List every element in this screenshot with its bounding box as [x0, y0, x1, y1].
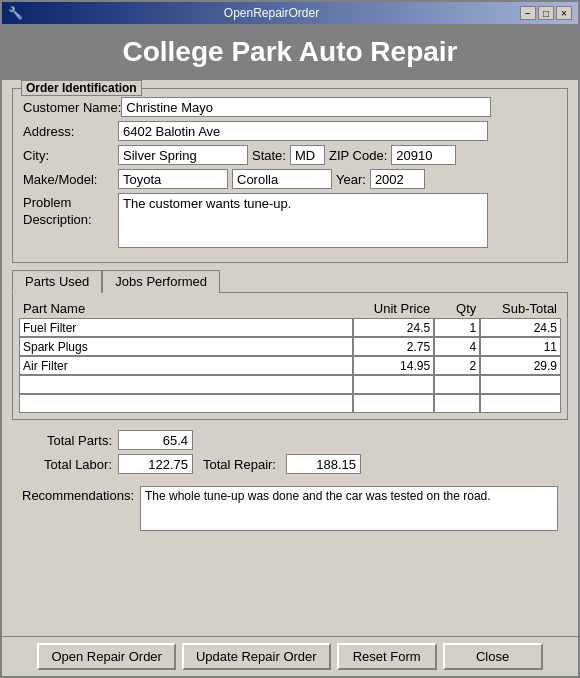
parts-cell-sub-2 [480, 356, 561, 375]
make-input[interactable] [118, 169, 228, 189]
total-labor-input[interactable] [118, 454, 193, 474]
close-button[interactable]: × [556, 6, 572, 20]
parts-input-qty-4[interactable] [434, 394, 480, 413]
title-bar-icon: 🔧 [8, 6, 23, 20]
title-bar-text: OpenRepairOrder [224, 6, 319, 20]
table-row [19, 356, 561, 375]
parts-input-qty-3[interactable] [434, 375, 480, 394]
parts-input-price-1[interactable] [353, 337, 434, 356]
open-repair-order-button[interactable]: Open Repair Order [37, 643, 176, 670]
city-state-zip-row: City: State: ZIP Code: [23, 145, 557, 165]
maximize-button[interactable]: □ [538, 6, 554, 20]
total-labor-row: Total Labor: Total Repair: [22, 454, 558, 474]
customer-name-row: Customer Name: [23, 97, 557, 117]
zip-label: ZIP Code: [329, 148, 387, 163]
parts-cell-qty-4 [434, 394, 480, 413]
parts-cell-name-0 [19, 318, 353, 337]
parts-input-name-4[interactable] [19, 394, 353, 413]
tabs-container: Parts Used Jobs Performed Part Name Unit… [12, 269, 568, 420]
parts-cell-name-4 [19, 394, 353, 413]
tab-bar: Parts Used Jobs Performed [12, 269, 568, 292]
makemodel-row: Make/Model: Year: [23, 169, 557, 189]
parts-input-sub-0[interactable] [480, 318, 561, 337]
parts-cell-price-4 [353, 394, 434, 413]
parts-input-name-3[interactable] [19, 375, 353, 394]
table-row [19, 337, 561, 356]
makemodel-label: Make/Model: [23, 172, 118, 187]
parts-cell-name-2 [19, 356, 353, 375]
order-identification-group: Order Identification Customer Name: Addr… [12, 88, 568, 263]
footer: Open Repair Order Update Repair Order Re… [2, 636, 578, 676]
total-parts-label: Total Parts: [22, 433, 112, 448]
group-title: Order Identification [21, 80, 142, 96]
col-header-qty: Qty [434, 299, 480, 318]
tab-content-parts: Part Name Unit Price Qty Sub-Total [12, 292, 568, 420]
address-label: Address: [23, 124, 118, 139]
reset-form-button[interactable]: Reset Form [337, 643, 437, 670]
parts-input-price-0[interactable] [353, 318, 434, 337]
table-row [19, 394, 561, 413]
parts-table: Part Name Unit Price Qty Sub-Total [19, 299, 561, 413]
recommendations-textarea[interactable] [140, 486, 558, 531]
app-header: College Park Auto Repair [2, 24, 578, 80]
address-input[interactable] [118, 121, 488, 141]
tab-parts-used[interactable]: Parts Used [12, 270, 102, 293]
parts-input-name-0[interactable] [19, 318, 353, 337]
parts-input-name-2[interactable] [19, 356, 353, 375]
col-header-name: Part Name [19, 299, 353, 318]
parts-input-sub-1[interactable] [480, 337, 561, 356]
parts-cell-name-1 [19, 337, 353, 356]
tab-jobs-performed[interactable]: Jobs Performed [102, 270, 220, 293]
col-header-price: Unit Price [353, 299, 434, 318]
model-input[interactable] [232, 169, 332, 189]
total-parts-input[interactable] [118, 430, 193, 450]
main-content: Order Identification Customer Name: Addr… [2, 80, 578, 636]
summary-section: Total Parts: Total Labor: Total Repair: [12, 426, 568, 478]
problem-row: ProblemDescription: [23, 193, 557, 248]
parts-cell-sub-3 [480, 375, 561, 394]
parts-input-price-2[interactable] [353, 356, 434, 375]
parts-cell-qty-1 [434, 337, 480, 356]
parts-input-price-3[interactable] [353, 375, 434, 394]
table-row [19, 375, 561, 394]
city-label: City: [23, 148, 118, 163]
minimize-button[interactable]: − [520, 6, 536, 20]
address-row: Address: [23, 121, 557, 141]
zip-input[interactable] [391, 145, 456, 165]
parts-cell-qty-0 [434, 318, 480, 337]
parts-input-qty-1[interactable] [434, 337, 480, 356]
year-input[interactable] [370, 169, 425, 189]
recommendations-row: Recommendations: [12, 484, 568, 533]
title-bar: 🔧 OpenRepairOrder − □ × [2, 2, 578, 24]
problem-label: ProblemDescription: [23, 193, 118, 229]
close-button-footer[interactable]: Close [443, 643, 543, 670]
title-bar-controls: − □ × [520, 6, 572, 20]
customer-name-input[interactable] [121, 97, 491, 117]
parts-cell-sub-4 [480, 394, 561, 413]
parts-input-sub-2[interactable] [480, 356, 561, 375]
total-repair-input[interactable] [286, 454, 361, 474]
recommendations-label: Recommendations: [22, 486, 134, 503]
col-header-sub: Sub-Total [480, 299, 561, 318]
total-repair-label: Total Repair: [203, 457, 276, 472]
parts-cell-price-1 [353, 337, 434, 356]
parts-input-qty-0[interactable] [434, 318, 480, 337]
parts-input-sub-3[interactable] [480, 375, 561, 394]
parts-input-qty-2[interactable] [434, 356, 480, 375]
problem-textarea[interactable] [118, 193, 488, 248]
parts-cell-sub-0 [480, 318, 561, 337]
parts-cell-qty-3 [434, 375, 480, 394]
parts-input-name-1[interactable] [19, 337, 353, 356]
state-label: State: [252, 148, 286, 163]
customer-name-label: Customer Name: [23, 100, 121, 115]
main-window: 🔧 OpenRepairOrder − □ × College Park Aut… [0, 0, 580, 678]
total-labor-label: Total Labor: [22, 457, 112, 472]
parts-input-price-4[interactable] [353, 394, 434, 413]
parts-cell-qty-2 [434, 356, 480, 375]
state-input[interactable] [290, 145, 325, 165]
parts-input-sub-4[interactable] [480, 394, 561, 413]
update-repair-order-button[interactable]: Update Repair Order [182, 643, 331, 670]
parts-cell-price-3 [353, 375, 434, 394]
parts-cell-price-0 [353, 318, 434, 337]
city-input[interactable] [118, 145, 248, 165]
